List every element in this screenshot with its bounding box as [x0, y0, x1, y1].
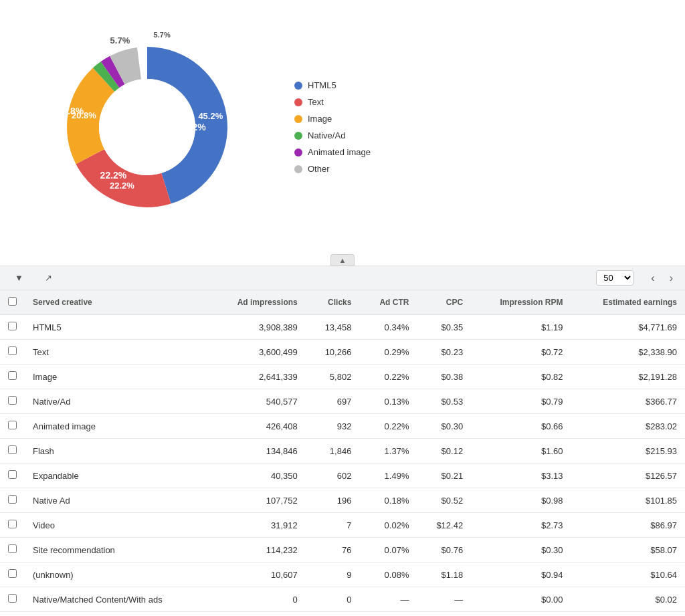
row-checkbox[interactable] — [0, 513, 25, 538]
row-ctr: 0.29% — [359, 340, 417, 365]
row-select-checkbox[interactable] — [8, 594, 17, 603]
row-cpc: $0.52 — [417, 488, 471, 513]
table-row: Native/Ad 540,577 697 0.13% $0.53 $0.79 … — [0, 389, 685, 414]
row-rpm: $0.66 — [471, 414, 571, 439]
donut-chart: 45.2%22.2%20.8%5.7% 45.2% 22.2% 20.8% 5.… — [40, 20, 254, 234]
header-checkbox[interactable] — [0, 290, 25, 315]
row-select-checkbox[interactable] — [8, 495, 17, 504]
data-table-container: Served creative Ad impressions Clicks Ad… — [0, 290, 685, 616]
row-ctr: 0.08% — [359, 562, 417, 587]
legend-item: Animated image — [294, 147, 371, 157]
row-checkbox[interactable] — [0, 439, 25, 464]
row-checkbox[interactable] — [0, 414, 25, 439]
row-ctr: 0.05% — [359, 612, 417, 617]
row-rpm: $2.73 — [471, 513, 571, 538]
legend-label: Other — [308, 164, 330, 174]
legend-item: Text — [294, 97, 371, 107]
row-earnings: $101.85 — [571, 488, 686, 513]
row-earnings: $2,338.90 — [571, 340, 686, 365]
row-checkbox[interactable] — [0, 587, 25, 612]
table-body: HTML5 3,908,389 13,458 0.34% $0.35 $1.19… — [0, 315, 685, 617]
row-creative: Site recommendation — [25, 538, 209, 562]
filter-icon: ▼ — [15, 273, 23, 283]
row-cpc: $12.42 — [417, 513, 471, 538]
row-select-checkbox[interactable] — [8, 322, 17, 330]
row-select-checkbox[interactable] — [8, 569, 17, 578]
next-page-button[interactable]: › — [666, 271, 677, 286]
collapse-button[interactable]: ▲ — [330, 254, 355, 266]
row-creative: Video — [25, 513, 209, 538]
row-rpm: $0.00 — [471, 612, 571, 617]
table-row: Flash 134,846 1,846 1.37% $0.12 $1.60 $2… — [0, 439, 685, 464]
row-checkbox[interactable] — [0, 389, 25, 414]
row-checkbox[interactable] — [0, 488, 25, 513]
row-creative: Native Ad — [25, 488, 209, 513]
header-cpc: CPC — [417, 290, 471, 315]
legend-item: HTML5 — [294, 80, 371, 90]
table-row: Native Ad 107,752 196 0.18% $0.52 $0.98 … — [0, 488, 685, 513]
row-clicks: 76 — [306, 538, 360, 562]
row-earnings: $86.97 — [571, 513, 686, 538]
row-select-checkbox[interactable] — [8, 346, 17, 355]
row-earnings: $215.93 — [571, 439, 686, 464]
row-clicks: 932 — [306, 414, 360, 439]
row-clicks: 602 — [306, 464, 360, 488]
row-impressions: 134,846 — [209, 439, 305, 464]
rows-select[interactable]: 5025100 — [596, 270, 633, 286]
row-clicks: 1,846 — [306, 439, 360, 464]
row-rpm: $0.94 — [471, 562, 571, 587]
row-select-checkbox[interactable] — [8, 421, 17, 429]
chart-label: 22.2% — [110, 181, 134, 191]
row-cpc: $0.53 — [417, 389, 471, 414]
row-ctr: 1.37% — [359, 439, 417, 464]
row-select-checkbox[interactable] — [8, 371, 17, 380]
row-earnings: $4,771.69 — [571, 315, 686, 340]
legend-dot — [294, 82, 302, 90]
row-impressions: 3,908,389 — [209, 315, 305, 340]
row-impressions: 10,607 — [209, 562, 305, 587]
table-row: Image 2,641,339 5,802 0.22% $0.38 $0.82 … — [0, 365, 685, 389]
row-rpm: $0.98 — [471, 488, 571, 513]
row-cpc: $0.23 — [417, 340, 471, 365]
row-clicks: 7 — [306, 513, 360, 538]
row-cpc: $0.76 — [417, 538, 471, 562]
row-checkbox[interactable] — [0, 464, 25, 488]
row-select-checkbox[interactable] — [8, 396, 17, 405]
row-checkbox[interactable] — [0, 538, 25, 562]
row-impressions: 0 — [209, 587, 305, 612]
row-checkbox[interactable] — [0, 315, 25, 340]
row-impressions: 2,641,339 — [209, 365, 305, 389]
row-select-checkbox[interactable] — [8, 470, 17, 479]
filter-button[interactable]: ▼ — [8, 270, 33, 286]
row-checkbox[interactable] — [0, 562, 25, 587]
row-rpm: $0.82 — [471, 365, 571, 389]
legend-dot — [294, 98, 302, 106]
row-checkbox[interactable] — [0, 365, 25, 389]
row-checkbox[interactable] — [0, 612, 25, 617]
row-ctr: 0.07% — [359, 538, 417, 562]
row-select-checkbox[interactable] — [8, 544, 17, 553]
compare-button[interactable]: ↗ — [38, 270, 62, 286]
row-select-checkbox[interactable] — [8, 445, 17, 454]
chart-legend: HTML5 Text Image Native/Ad Animated imag… — [294, 80, 371, 174]
table-row: Link unit 1,614,874 863 0.05% $0.00 $0.0… — [0, 612, 685, 617]
prev-page-button[interactable]: ‹ — [647, 271, 658, 286]
collapse-section[interactable]: ▲ — [0, 254, 685, 266]
other-pct-label: 5.7% — [154, 31, 171, 39]
row-checkbox[interactable] — [0, 340, 25, 365]
toolbar: ▼ ↗ 5025100 ‹ › — [0, 266, 685, 290]
row-cpc: $0.12 — [417, 439, 471, 464]
table-header: Served creative Ad impressions Clicks Ad… — [0, 290, 685, 315]
row-select-checkbox[interactable] — [8, 520, 17, 528]
select-all-checkbox[interactable] — [8, 297, 17, 306]
row-cpc: — — [417, 587, 471, 612]
row-earnings: $366.77 — [571, 389, 686, 414]
row-creative: Image — [25, 365, 209, 389]
row-ctr: 0.34% — [359, 315, 417, 340]
row-earnings: $0.02 — [571, 587, 686, 612]
html5-label: 45.2% — [179, 122, 206, 132]
row-clicks: 697 — [306, 389, 360, 414]
row-earnings: $283.02 — [571, 414, 686, 439]
header-rpm: Impression RPM — [471, 290, 571, 315]
row-rpm: $1.19 — [471, 315, 571, 340]
